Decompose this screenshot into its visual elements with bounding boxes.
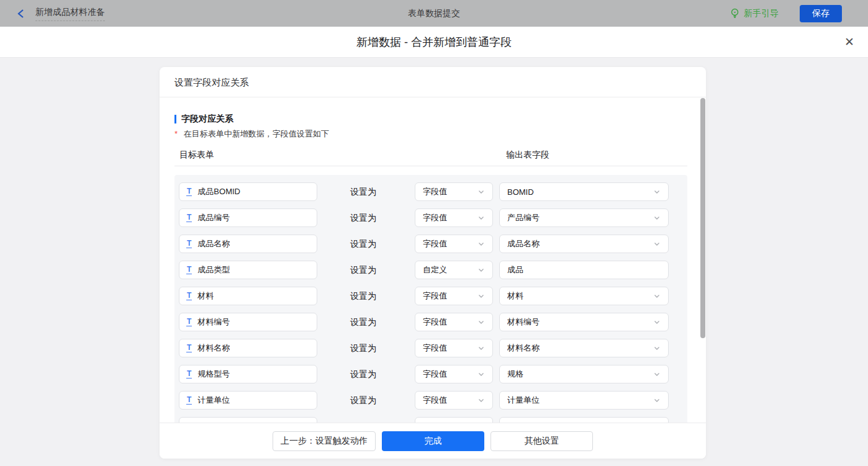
- text-field-icon: T: [186, 370, 192, 379]
- column-divider: [174, 166, 687, 166]
- value-mode-select[interactable]: 自定义: [415, 261, 493, 279]
- target-field-input[interactable]: T 成品BOMID: [179, 182, 317, 201]
- target-field-input[interactable]: T 成品名称: [179, 235, 317, 253]
- value-mode-select[interactable]: 字段值: [415, 391, 493, 410]
- previous-step-button[interactable]: 上一步：设置触发动作: [273, 431, 376, 451]
- target-field-input[interactable]: T 成品编号: [179, 208, 317, 227]
- topbar-actions: 新手引导 保存: [730, 5, 868, 22]
- other-settings-button[interactable]: 其他设置: [491, 431, 593, 451]
- value-mode-value: 字段值: [423, 369, 447, 380]
- output-field-select[interactable]: 计量单位: [499, 391, 669, 410]
- back-button[interactable]: [17, 8, 27, 19]
- value-mode-value: 字段值: [423, 343, 447, 354]
- output-field-value: 规格: [507, 369, 523, 380]
- flow-name-label[interactable]: 新增成品材料准备: [35, 6, 105, 21]
- text-field-icon: T: [186, 187, 192, 196]
- value-mode-select[interactable]: 字段值: [415, 208, 493, 227]
- target-field-input[interactable]: T: [179, 417, 317, 423]
- required-note-text: 在目标表单中新增数据，字段值设置如下: [184, 129, 329, 138]
- value-mode-select[interactable]: 字段值: [415, 365, 493, 383]
- chevron-down-icon: [653, 214, 661, 222]
- field-mapping-row: T 计量单位 设置为 字段值 计量单位: [174, 391, 687, 410]
- target-field-input[interactable]: T 计量单位: [179, 391, 317, 410]
- value-mode-value: 字段值: [423, 395, 447, 406]
- chevron-down-icon: [653, 397, 661, 404]
- value-mode-select[interactable]: 字段值: [415, 235, 493, 253]
- target-field-input[interactable]: T 材料编号: [179, 313, 317, 331]
- output-field-select[interactable]: 成品名称: [499, 235, 669, 253]
- chevron-down-icon: [477, 318, 485, 326]
- field-mapping-row: T 成品编号 设置为 字段值 产品编号: [174, 208, 687, 227]
- output-field-select[interactable]: 材料编号: [499, 313, 669, 331]
- target-field-value: 材料编号: [197, 316, 230, 328]
- section-title: 字段对应关系: [174, 114, 233, 125]
- section-accent-bar: [174, 115, 176, 123]
- field-mapping-row: T 成品类型 设置为 自定义 成品: [174, 261, 687, 279]
- field-mapping-row: T 规格型号 设置为 字段值 规格: [174, 365, 687, 383]
- set-as-label: 设置为: [350, 182, 376, 201]
- chevron-down-icon: [477, 188, 485, 195]
- target-field-value: 成品类型: [197, 264, 230, 276]
- target-field-input[interactable]: T 材料: [179, 287, 317, 305]
- output-field-select[interactable]: [499, 417, 669, 423]
- lightbulb-icon: [730, 8, 739, 19]
- value-mode-select[interactable]: [415, 417, 493, 423]
- set-as-label: 设置为: [350, 208, 376, 227]
- target-field-input[interactable]: T 成品类型: [179, 261, 317, 279]
- output-field-select[interactable]: 成品: [499, 261, 669, 279]
- output-field-value: 成品名称: [507, 238, 540, 249]
- output-field-select[interactable]: 规格: [499, 365, 669, 383]
- chevron-down-icon: [653, 370, 661, 378]
- value-mode-value: 字段值: [423, 316, 447, 328]
- value-mode-select[interactable]: 字段值: [415, 313, 493, 331]
- field-mapping-row: T 材料 设置为 字段值 材料: [174, 287, 687, 305]
- target-field-input[interactable]: T 规格型号: [179, 365, 317, 383]
- output-field-value: 材料名称: [507, 343, 540, 354]
- card-content: 字段对应关系 * 在目标表单中新增数据，字段值设置如下 目标表单 输出表字段 T…: [160, 97, 706, 423]
- chevron-down-icon: [477, 266, 485, 274]
- value-mode-value: 字段值: [423, 238, 447, 249]
- set-as-label: 设置为: [350, 365, 376, 383]
- card-footer: 上一步：设置触发动作 完成 其他设置: [160, 423, 706, 459]
- output-field-value: 产品编号: [507, 212, 540, 223]
- target-field-value: 材料: [197, 290, 214, 302]
- chevron-down-icon: [653, 240, 661, 248]
- beginner-guide-link[interactable]: 新手引导: [730, 8, 779, 19]
- output-field-select[interactable]: 材料名称: [499, 339, 669, 357]
- field-mapping-panel: T 成品BOMID 设置为 字段值 BOMID T 成品编号 设置为 字段值: [174, 175, 687, 423]
- value-mode-value: 字段值: [423, 212, 447, 223]
- text-field-icon: T: [186, 240, 192, 248]
- top-bar: 新增成品材料准备 表单数据提交 新手引导 保存: [0, 0, 868, 27]
- value-mode-select[interactable]: 字段值: [415, 339, 493, 357]
- beginner-guide-label: 新手引导: [744, 8, 779, 19]
- chevron-down-icon: [477, 370, 485, 378]
- value-mode-select[interactable]: 字段值: [415, 182, 493, 201]
- field-mapping-row: T: [174, 417, 687, 423]
- field-mapping-card: 设置字段对应关系 字段对应关系 * 在目标表单中新增数据，字段值设置如下 目标表…: [160, 67, 706, 459]
- target-field-input[interactable]: T 材料名称: [179, 339, 317, 357]
- chevron-left-icon: [17, 9, 25, 19]
- target-field-value: 规格型号: [197, 369, 230, 380]
- target-field-value: 成品名称: [197, 238, 230, 249]
- output-field-select[interactable]: BOMID: [499, 182, 669, 201]
- vertical-scrollbar-thumb[interactable]: [700, 98, 705, 338]
- field-mapping-row: T 材料编号 设置为 字段值 材料编号: [174, 313, 687, 331]
- done-button[interactable]: 完成: [382, 431, 484, 451]
- modal-body: 设置字段对应关系 字段对应关系 * 在目标表单中新增数据，字段值设置如下 目标表…: [0, 58, 868, 466]
- text-field-icon: T: [186, 292, 192, 300]
- output-field-select[interactable]: 材料: [499, 287, 669, 305]
- value-mode-value: 自定义: [423, 264, 447, 276]
- section-title-label: 字段对应关系: [181, 114, 233, 125]
- output-field-select[interactable]: 产品编号: [499, 208, 669, 227]
- save-button[interactable]: 保存: [800, 5, 842, 22]
- close-icon[interactable]: ✕: [844, 27, 854, 58]
- target-field-value: 材料名称: [197, 343, 230, 354]
- text-field-icon: T: [186, 213, 192, 222]
- output-field-value: BOMID: [507, 187, 534, 197]
- value-mode-value: 字段值: [423, 290, 447, 302]
- chevron-down-icon: [477, 214, 485, 222]
- value-mode-select[interactable]: 字段值: [415, 287, 493, 305]
- chevron-down-icon: [477, 344, 485, 352]
- output-field-value: 计量单位: [507, 395, 540, 406]
- field-mapping-row: T 成品名称 设置为 字段值 成品名称: [174, 235, 687, 253]
